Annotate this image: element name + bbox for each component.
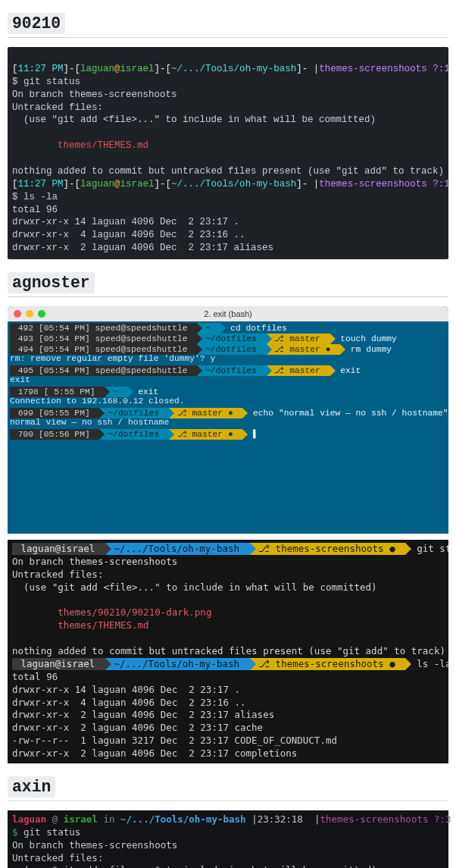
screenshot-agnoster-ssh: 2. exit (bash) 492 [05:54 PM] speed@spee… bbox=[8, 306, 448, 534]
window-title: 2. exit (bash) bbox=[8, 309, 448, 318]
screenshot-90210: [11:27 PM]-[laguan@israel]-[~/.../Tools/… bbox=[8, 47, 448, 259]
theme-name: axin bbox=[8, 776, 55, 797]
theme-name: agnoster bbox=[8, 272, 95, 293]
theme-heading-90210[interactable]: 90210 bbox=[8, 12, 448, 38]
theme-heading-axin[interactable]: axin bbox=[8, 776, 448, 801]
mac-titlebar: 2. exit (bash) bbox=[8, 306, 448, 321]
screenshot-agnoster-local: laguan@israel ~/.../Tools/oh-my-bash ⎇ t… bbox=[8, 540, 448, 763]
theme-name: 90210 bbox=[8, 13, 65, 34]
theme-heading-agnoster[interactable]: agnoster bbox=[8, 271, 448, 297]
screenshot-axin: laguan @ israel in ~/.../Tools/oh-my-bas… bbox=[8, 810, 448, 868]
